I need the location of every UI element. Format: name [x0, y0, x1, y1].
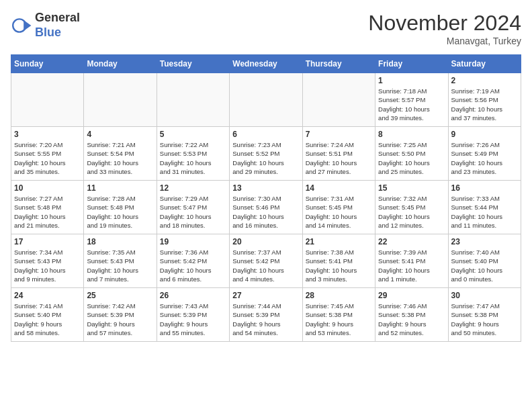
calendar-cell	[230, 73, 302, 127]
day-number: 4	[87, 130, 153, 139]
calendar-cell: 12Sunrise: 7:29 AM Sunset: 5:47 PM Dayli…	[157, 181, 229, 234]
calendar-cell: 8Sunrise: 7:25 AM Sunset: 5:50 PM Daylig…	[375, 127, 448, 181]
day-info: Sunrise: 7:25 AM Sunset: 5:50 PM Dayligh…	[378, 140, 445, 176]
day-number: 20	[232, 237, 299, 246]
calendar-week: 1Sunrise: 7:18 AM Sunset: 5:57 PM Daylig…	[11, 73, 521, 127]
day-number: 29	[378, 291, 445, 300]
calendar-cell: 29Sunrise: 7:46 AM Sunset: 5:38 PM Dayli…	[375, 288, 448, 342]
day-info: Sunrise: 7:26 AM Sunset: 5:49 PM Dayligh…	[451, 140, 518, 176]
day-info: Sunrise: 7:31 AM Sunset: 5:45 PM Dayligh…	[306, 194, 372, 230]
day-info: Sunrise: 7:35 AM Sunset: 5:43 PM Dayligh…	[87, 248, 153, 283]
day-info: Sunrise: 7:45 AM Sunset: 5:38 PM Dayligh…	[306, 302, 372, 337]
day-info: Sunrise: 7:37 AM Sunset: 5:42 PM Dayligh…	[232, 248, 299, 283]
day-number: 25	[87, 291, 153, 300]
title-block: November 2024 Manavgat, Turkey	[368, 11, 521, 46]
day-number: 9	[451, 130, 518, 139]
logo-icon	[11, 15, 32, 36]
day-info: Sunrise: 7:21 AM Sunset: 5:54 PM Dayligh…	[87, 140, 153, 176]
calendar-cell: 21Sunrise: 7:38 AM Sunset: 5:41 PM Dayli…	[302, 234, 375, 288]
calendar-week: 3Sunrise: 7:20 AM Sunset: 5:55 PM Daylig…	[11, 127, 521, 181]
day-number: 7	[306, 130, 372, 139]
day-number: 11	[87, 183, 153, 193]
day-info: Sunrise: 7:40 AM Sunset: 5:40 PM Dayligh…	[451, 248, 518, 283]
day-info: Sunrise: 7:24 AM Sunset: 5:51 PM Dayligh…	[306, 140, 372, 176]
day-info: Sunrise: 7:18 AM Sunset: 5:57 PM Dayligh…	[378, 87, 445, 122]
calendar-cell: 26Sunrise: 7:43 AM Sunset: 5:39 PM Dayli…	[157, 288, 229, 342]
calendar-cell: 2Sunrise: 7:19 AM Sunset: 5:56 PM Daylig…	[448, 73, 521, 127]
day-number: 10	[14, 183, 81, 193]
calendar-cell: 22Sunrise: 7:39 AM Sunset: 5:41 PM Dayli…	[375, 234, 448, 288]
logo-blue: Blue	[35, 26, 80, 40]
day-info: Sunrise: 7:22 AM Sunset: 5:53 PM Dayligh…	[160, 140, 226, 176]
calendar-cell: 18Sunrise: 7:35 AM Sunset: 5:43 PM Dayli…	[84, 234, 157, 288]
day-info: Sunrise: 7:29 AM Sunset: 5:47 PM Dayligh…	[160, 194, 226, 230]
day-number: 24	[14, 291, 81, 300]
day-info: Sunrise: 7:20 AM Sunset: 5:55 PM Dayligh…	[14, 140, 81, 176]
day-number: 18	[87, 237, 153, 246]
calendar-table: SundayMondayTuesdayWednesdayThursdayFrid…	[11, 54, 521, 342]
calendar-cell: 17Sunrise: 7:34 AM Sunset: 5:43 PM Dayli…	[11, 234, 84, 288]
day-number: 16	[451, 183, 518, 193]
calendar-cell: 10Sunrise: 7:27 AM Sunset: 5:48 PM Dayli…	[11, 181, 84, 234]
calendar-cell: 7Sunrise: 7:24 AM Sunset: 5:51 PM Daylig…	[302, 127, 375, 181]
day-number: 8	[378, 130, 445, 139]
day-number: 27	[232, 291, 299, 300]
day-number: 15	[378, 183, 445, 193]
calendar-cell: 11Sunrise: 7:28 AM Sunset: 5:48 PM Dayli…	[84, 181, 157, 234]
calendar-week: 10Sunrise: 7:27 AM Sunset: 5:48 PM Dayli…	[11, 181, 521, 234]
calendar-cell: 3Sunrise: 7:20 AM Sunset: 5:55 PM Daylig…	[11, 127, 84, 181]
day-info: Sunrise: 7:23 AM Sunset: 5:52 PM Dayligh…	[232, 140, 299, 176]
calendar-week: 24Sunrise: 7:41 AM Sunset: 5:40 PM Dayli…	[11, 288, 521, 342]
calendar-cell: 28Sunrise: 7:45 AM Sunset: 5:38 PM Dayli…	[302, 288, 375, 342]
calendar-cell: 25Sunrise: 7:42 AM Sunset: 5:39 PM Dayli…	[84, 288, 157, 342]
calendar-cell: 16Sunrise: 7:33 AM Sunset: 5:44 PM Dayli…	[448, 181, 521, 234]
weekday-header: Tuesday	[157, 55, 229, 73]
header-row: SundayMondayTuesdayWednesdayThursdayFrid…	[11, 55, 521, 73]
weekday-header: Monday	[84, 55, 157, 73]
weekday-header: Friday	[375, 55, 448, 73]
weekday-header: Saturday	[448, 55, 521, 73]
calendar-cell: 20Sunrise: 7:37 AM Sunset: 5:42 PM Dayli…	[230, 234, 302, 288]
day-info: Sunrise: 7:42 AM Sunset: 5:39 PM Dayligh…	[87, 302, 153, 337]
page-header: General Blue November 2024 Manavgat, Tur…	[11, 11, 521, 46]
day-info: Sunrise: 7:34 AM Sunset: 5:43 PM Dayligh…	[14, 248, 81, 283]
day-number: 22	[378, 237, 445, 246]
calendar-cell: 27Sunrise: 7:44 AM Sunset: 5:39 PM Dayli…	[230, 288, 302, 342]
day-number: 3	[14, 130, 81, 139]
calendar-cell: 24Sunrise: 7:41 AM Sunset: 5:40 PM Dayli…	[11, 288, 84, 342]
location: Manavgat, Turkey	[368, 36, 521, 46]
day-info: Sunrise: 7:47 AM Sunset: 5:38 PM Dayligh…	[451, 302, 518, 337]
day-number: 23	[451, 237, 518, 246]
day-number: 17	[14, 237, 81, 246]
day-info: Sunrise: 7:39 AM Sunset: 5:41 PM Dayligh…	[378, 248, 445, 283]
day-number: 19	[160, 237, 226, 246]
day-info: Sunrise: 7:38 AM Sunset: 5:41 PM Dayligh…	[306, 248, 372, 283]
day-info: Sunrise: 7:28 AM Sunset: 5:48 PM Dayligh…	[87, 194, 153, 230]
day-number: 28	[306, 291, 372, 300]
day-info: Sunrise: 7:33 AM Sunset: 5:44 PM Dayligh…	[451, 194, 518, 230]
weekday-header: Sunday	[11, 55, 84, 73]
day-number: 12	[160, 183, 226, 193]
calendar-cell: 23Sunrise: 7:40 AM Sunset: 5:40 PM Dayli…	[448, 234, 521, 288]
calendar-cell: 14Sunrise: 7:31 AM Sunset: 5:45 PM Dayli…	[302, 181, 375, 234]
day-info: Sunrise: 7:36 AM Sunset: 5:42 PM Dayligh…	[160, 248, 226, 283]
weekday-header: Wednesday	[230, 55, 302, 73]
day-number: 21	[306, 237, 372, 246]
calendar-cell: 4Sunrise: 7:21 AM Sunset: 5:54 PM Daylig…	[84, 127, 157, 181]
day-number: 30	[451, 291, 518, 300]
month-title: November 2024	[368, 11, 521, 36]
day-info: Sunrise: 7:27 AM Sunset: 5:48 PM Dayligh…	[14, 194, 81, 230]
calendar-cell	[157, 73, 229, 127]
day-info: Sunrise: 7:30 AM Sunset: 5:46 PM Dayligh…	[232, 194, 299, 230]
weekday-header: Thursday	[302, 55, 375, 73]
calendar-cell: 15Sunrise: 7:32 AM Sunset: 5:45 PM Dayli…	[375, 181, 448, 234]
logo-general: General	[35, 11, 80, 26]
calendar-cell: 5Sunrise: 7:22 AM Sunset: 5:53 PM Daylig…	[157, 127, 229, 181]
day-number: 14	[306, 183, 372, 193]
logo: General Blue	[11, 11, 80, 40]
day-info: Sunrise: 7:41 AM Sunset: 5:40 PM Dayligh…	[14, 302, 81, 337]
calendar-cell	[302, 73, 375, 127]
day-number: 13	[232, 183, 299, 193]
day-number: 6	[232, 130, 299, 139]
day-number: 5	[160, 130, 226, 139]
